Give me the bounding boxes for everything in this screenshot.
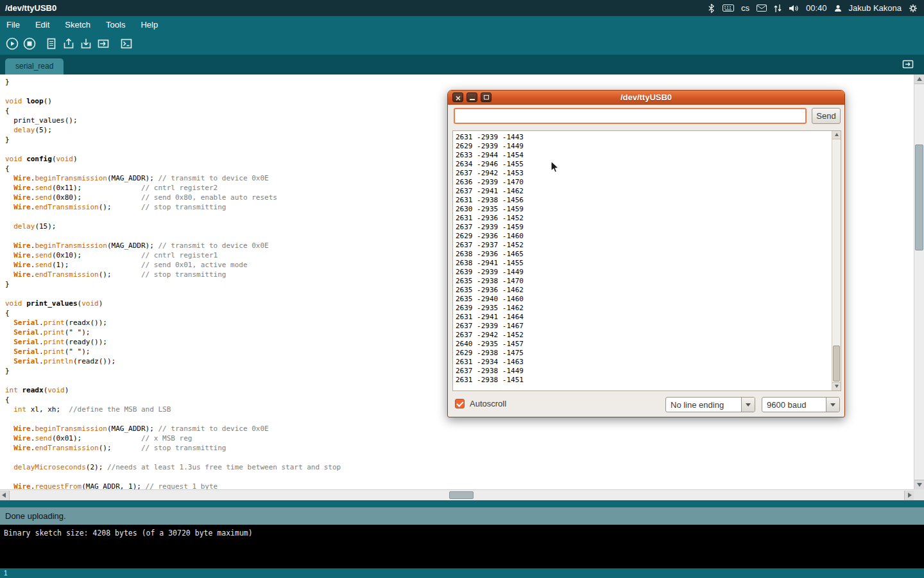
serial-line: 2633 -2944 -1454: [456, 151, 830, 160]
tab-serial-read[interactable]: serial_read: [5, 58, 64, 74]
right-arrow-icon: [908, 493, 912, 498]
scroll-up-button[interactable]: [914, 74, 924, 84]
status-message: Done uploading.: [5, 511, 66, 521]
serial-line: 2629 -2938 -1475: [456, 349, 830, 358]
keyboard-layout-indicator[interactable]: cs: [741, 3, 749, 13]
user-icon: [834, 4, 842, 12]
line-number-strip: 1: [0, 568, 924, 578]
serial-line: 2640 -2935 -1457: [456, 340, 830, 349]
maximize-button[interactable]: [481, 92, 492, 102]
open-button[interactable]: [62, 37, 76, 51]
gear-icon[interactable]: [909, 4, 918, 13]
serial-line: 2631 -2938 -1451: [456, 376, 830, 385]
username[interactable]: Jakub Kakona: [849, 3, 902, 13]
bluetooth-icon[interactable]: [707, 3, 715, 13]
serial-line: 2636 -2939 -1470: [456, 178, 830, 187]
status-bar: Done uploading.: [0, 507, 924, 525]
serial-line: 2634 -2946 -1455: [456, 160, 830, 169]
code-line: }: [5, 77, 914, 87]
editor-vertical-scrollbar[interactable]: [914, 74, 924, 489]
serial-line: 2639 -2935 -1462: [456, 304, 830, 313]
serial-line: 2631 -2934 -1463: [456, 358, 830, 367]
network-arrows-icon[interactable]: [774, 4, 782, 13]
serial-line: 2631 -2938 -1456: [456, 196, 830, 205]
volume-icon[interactable]: [789, 4, 799, 12]
baud-rate-dropdown[interactable]: 9600 baud: [762, 397, 840, 412]
tab-bar: serial_read: [0, 55, 924, 74]
top-panel: /dev/ttyUSB0 cs 00:40 Jakub Kakona: [0, 0, 924, 16]
serial-monitor-window: /dev/ttyUSB0 Send 2631 -2939 -14432629 -…: [447, 90, 845, 417]
autoscroll-checkbox[interactable]: [455, 399, 465, 408]
serial-monitor-button[interactable]: [119, 37, 133, 51]
serial-monitor-titlebar[interactable]: /dev/ttyUSB0: [448, 91, 844, 105]
editor-horizontal-scrollbar[interactable]: [0, 489, 914, 500]
chevron-down-icon[interactable]: [826, 398, 839, 412]
autoscroll-label: Autoscroll: [470, 399, 506, 408]
code-line: Wire.requestFrom(MAG_ADDR, 1); // reques…: [5, 482, 914, 489]
serial-line: 2631 -2941 -1464: [456, 313, 830, 322]
menu-help[interactable]: Help: [141, 20, 158, 30]
upload-button[interactable]: [96, 37, 110, 51]
code-line: Wire.beginTransmission(MAG_ADDR); // tra…: [5, 424, 914, 434]
scroll-down-button[interactable]: [914, 480, 924, 489]
serial-input-field[interactable]: [454, 108, 807, 124]
serial-output-area[interactable]: 2631 -2939 -14432629 -2939 -14492633 -29…: [452, 130, 841, 391]
tab-label: serial_read: [15, 62, 53, 71]
editor-footer-strip: [0, 500, 924, 507]
serial-scroll-up-button[interactable]: [832, 131, 841, 139]
verify-button[interactable]: [5, 37, 19, 51]
serial-line: 2637 -2939 -1467: [456, 322, 830, 331]
serial-line: 2637 -2942 -1452: [456, 331, 830, 340]
menu-edit[interactable]: Edit: [35, 20, 49, 30]
line-ending-value: No line ending: [671, 400, 724, 410]
menu-bar: FileEditSketchToolsHelp: [0, 16, 924, 33]
vertical-scroll-thumb[interactable]: [915, 144, 923, 250]
down-arrow-icon: [835, 385, 839, 388]
horizontal-scroll-thumb[interactable]: [449, 491, 474, 499]
code-line: delayMicroseconds(2); //needs at least 1…: [5, 462, 914, 472]
serial-line: 2631 -2936 -1452: [456, 214, 830, 223]
clock[interactable]: 00:40: [806, 3, 827, 13]
window-buttons: [452, 92, 492, 102]
mail-icon[interactable]: [757, 4, 767, 12]
serial-line: 2637 -2939 -1459: [456, 223, 830, 232]
serial-scroll-down-button[interactable]: [832, 382, 841, 390]
tab-menu-icon: [901, 62, 915, 73]
stop-button[interactable]: [22, 37, 37, 51]
toolbar: [0, 33, 924, 55]
menu-sketch[interactable]: Sketch: [65, 20, 90, 30]
current-line-number: 1: [4, 570, 8, 577]
code-line: Wire.endTransmission(); // stop transmit…: [5, 443, 914, 453]
scroll-right-button[interactable]: [904, 491, 914, 500]
minimize-icon: [470, 99, 475, 100]
send-button[interactable]: Send: [812, 108, 841, 124]
close-button[interactable]: [452, 92, 463, 102]
scroll-left-button[interactable]: [0, 491, 10, 500]
up-arrow-icon: [917, 77, 922, 81]
save-button[interactable]: [79, 37, 93, 51]
panel-window-title: /dev/ttyUSB0: [5, 3, 56, 13]
serial-line: 2637 -2937 -1452: [456, 241, 830, 250]
tab-menu-button[interactable]: [901, 58, 915, 71]
minimize-button[interactable]: [466, 92, 477, 102]
system-tray: cs 00:40 Jakub Kakona: [707, 3, 924, 13]
serial-monitor-controls: Autoscroll No line ending 9600 baud: [448, 395, 844, 416]
line-ending-dropdown[interactable]: No line ending: [665, 397, 755, 412]
serial-scroll-thumb[interactable]: [833, 346, 840, 381]
serial-line: 2638 -2936 -1465: [456, 250, 830, 259]
serial-output: 2631 -2939 -14432629 -2939 -14492633 -29…: [456, 133, 830, 390]
chevron-down-icon[interactable]: [741, 398, 755, 412]
console-output: Binary sketch size: 4208 bytes (of a 307…: [0, 525, 924, 568]
menu-file[interactable]: File: [6, 20, 20, 30]
scrollbar-corner: [914, 489, 924, 500]
serial-line: 2630 -2935 -1459: [456, 205, 830, 214]
left-arrow-icon: [2, 493, 6, 498]
menu-tools[interactable]: Tools: [106, 20, 125, 30]
code-line: [5, 472, 914, 482]
serial-scrollbar[interactable]: [832, 131, 841, 390]
new-button[interactable]: [44, 37, 58, 51]
serial-line: 2638 -2941 -1455: [456, 259, 830, 268]
up-arrow-icon: [835, 133, 839, 136]
serial-line: 2639 -2939 -1449: [456, 268, 830, 277]
keyboard-icon[interactable]: [723, 4, 734, 12]
